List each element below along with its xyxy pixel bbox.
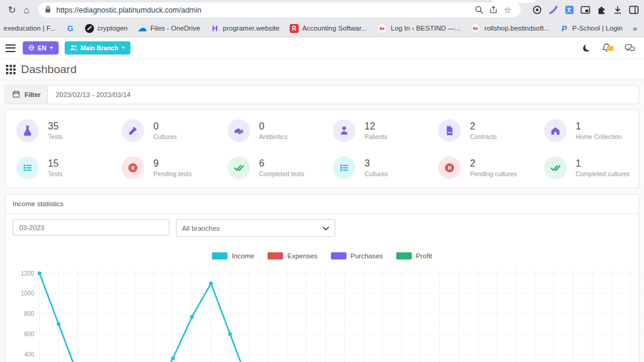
stat-antibiotics: 0 Antibiotics [217,119,322,142]
stat-label: Cultures [153,133,177,140]
chevron-down-icon [50,47,53,49]
data-point [171,357,175,360]
onedrive-cloud-icon: ☁ [138,24,147,33]
header-actions [582,43,639,53]
stat-label: Pending tests [153,170,192,177]
legend-item-purchases[interactable]: Purchases [331,252,383,260]
income-statistics-panel: Income statistics All branches Income Ex… [5,194,639,362]
home-icon[interactable]: ⌂ [19,2,34,18]
stat-label: Patients [364,133,387,140]
share-icon[interactable] [486,5,500,14]
branch-button[interactable]: Main Branch [65,41,130,55]
loop-extension-icon[interactable] [531,5,542,16]
cryptogen-favicon [85,24,94,33]
stat-label: Pending cultures [470,170,517,177]
stat-value: 12 [364,121,387,132]
filter-bar[interactable]: Filter 2023/02/13 - 2023/03/14 [5,85,639,104]
address-bar[interactable]: https://ediagnostic.platinumduck.com/adm… [38,2,521,17]
y-axis-tick-label: 1000 [21,290,35,297]
bookmark-label: Log In ‹ BESTIND —... [391,25,460,32]
y-axis-tick-label: 1200 [21,270,35,277]
pen-extension-icon[interactable] [548,5,558,16]
filter-button[interactable]: Filter [5,86,48,104]
menu-hamburger-icon[interactable] [5,44,16,52]
y-axis-tick-label: 400 [24,351,34,358]
page-title: Dashboard [21,63,77,76]
translate-extension-icon[interactable] [564,5,575,16]
data-point [228,332,232,336]
stat-tests-total: 15 Tests [5,156,111,179]
be-favicon: 8e [377,23,387,34]
chat-icon[interactable] [625,44,635,53]
bookmark-google[interactable]: G [66,24,75,33]
double-check-icon [544,156,567,179]
bookmark-label: Accounting Softwar... [302,25,367,32]
stat-contracts: 2 Contracts [427,119,533,142]
patient-icon [333,119,356,142]
stat-value: 1 [576,121,622,132]
month-input[interactable] [13,219,169,236]
dark-mode-moon-icon[interactable] [582,44,591,53]
bookmark-star-icon[interactable]: ☆ [500,5,515,16]
bookmarks-bar: exeducation | F... G cryptogen ☁ Files -… [0,20,644,37]
bookmark-pschool[interactable]: P P-School | Login [560,24,622,33]
bookmark-programer-website[interactable]: H programer.website [210,24,280,33]
branch-select[interactable]: All branches [176,219,335,237]
legend-item-income[interactable]: Income [212,252,254,260]
pills-icon [227,119,250,142]
url-text[interactable]: https://ediagnostic.platinumduck.com/adm… [56,6,472,14]
y-axis-tick-label: 600 [24,331,34,337]
stat-home-collection: 1 Home Collection [533,119,639,142]
stat-tests: 35 Tests [5,119,111,142]
income-chart-svg: 120010008006004002000 [5,264,644,362]
legend-swatch [331,252,347,260]
zoom-icon[interactable] [472,5,486,14]
browser-chrome: ↻ ⌂ https://ediagnostic.platinumduck.com… [0,0,644,37]
extensions-puzzle-icon[interactable] [596,5,607,16]
stat-label: Home Collection [576,133,622,140]
stat-label: Cultures [364,170,388,177]
flask-icon [16,119,39,142]
pschool-favicon: P [560,24,569,33]
sidebar-icon[interactable] [628,5,639,16]
legend-item-profit[interactable]: Profit [396,252,432,260]
language-button[interactable]: EN [23,41,59,55]
lock-icon [44,5,51,16]
bookmark-login-bestind[interactable]: 8e Log In ‹ BESTIND —... [377,23,460,34]
list-icon [16,156,39,179]
bookmark-rollshop[interactable]: 8e rollshop.bestindsoft... [470,23,549,34]
date-range-value[interactable]: 2023/02/13 - 2023/03/14 [48,91,130,98]
stat-value: 0 [259,121,288,132]
filter-label-text: Filter [25,91,41,98]
stat-value: 9 [153,158,192,169]
legend-label: Income [232,252,254,260]
bookmark-accounting-software[interactable]: R Accounting Softwar... [290,24,367,33]
stats-grid: 35 Tests 0 Cultures 0 Antibiotics [5,119,639,179]
legend-swatch [268,252,283,260]
extensions-row [531,5,639,16]
bookmarks-overflow-icon[interactable]: » [633,24,637,33]
language-label: EN [38,44,47,52]
stat-value: 2 [470,158,517,169]
bookmark-exeducation[interactable]: exeducation | F... [4,25,56,32]
legend-item-expenses[interactable]: Expenses [268,252,318,260]
stat-value: 35 [48,121,63,132]
reload-icon[interactable]: ↻ [5,2,19,18]
bookmark-label: Files - OneDrive [150,25,200,32]
y-axis-tick-label: 800 [24,310,34,317]
bookmark-cryptogen[interactable]: cryptogen [85,24,128,33]
app-header: EN Main Branch [0,37,644,59]
globe-icon [28,44,35,52]
notifications-bell-icon[interactable] [602,43,615,53]
be-favicon: 8e [470,23,481,34]
stat-value: 1 [576,158,630,169]
download-icon[interactable] [612,5,623,16]
data-point [57,322,60,325]
stat-pending-tests: 9 Pending tests [111,156,216,179]
stat-cultures-total: 3 Cultures [322,156,427,179]
picture-in-picture-icon[interactable] [580,5,591,16]
page-title-bar: Dashboard [0,59,644,80]
bookmark-onedrive[interactable]: ☁ Files - OneDrive [138,24,200,33]
stat-value: 15 [48,158,63,169]
stat-value: 3 [364,158,388,169]
